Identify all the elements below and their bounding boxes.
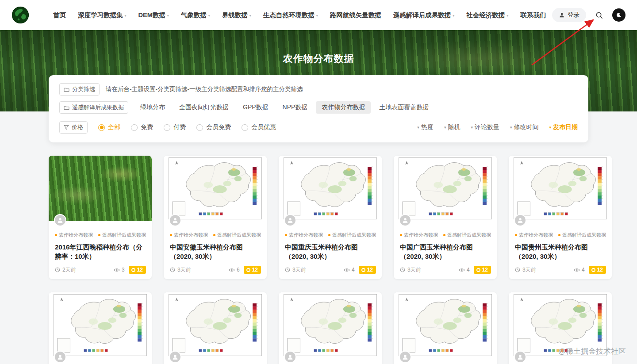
dataset-card[interactable]: 农作物分布数据遥感解译后成果数据 bbox=[279, 292, 382, 364]
subcategory-row: 遥感解译后成果数据 绿地分布全国夜间灯光数据GPP数据NPP数据农作物分布数据土… bbox=[59, 101, 578, 114]
subcategory-link[interactable]: 全国夜间灯光数据 bbox=[173, 101, 234, 114]
card-thumbnail[interactable] bbox=[49, 156, 152, 221]
author-avatar[interactable] bbox=[514, 214, 526, 226]
author-avatar[interactable] bbox=[54, 214, 66, 226]
subcategory-link[interactable]: 农作物分布数据 bbox=[316, 101, 371, 114]
tag-dot-icon bbox=[400, 234, 402, 236]
dataset-card[interactable]: 农作物分布数据遥感解译后成果数据中国安徽玉米种植分布图（2020, 30米）3天… bbox=[164, 156, 267, 279]
nav-item[interactable]: DEM数据▾ bbox=[138, 11, 169, 19]
dataset-card[interactable]: 农作物分布数据遥感解译后成果数据 bbox=[164, 292, 267, 364]
dataset-card[interactable]: 农作物分布数据遥感解译后成果数据中国贵州玉米种植分布图（2020, 30米）3天… bbox=[509, 156, 612, 279]
nav-item[interactable]: 首页 bbox=[53, 11, 66, 19]
tag-dot-icon bbox=[170, 234, 172, 236]
sort-option-label: 随机 bbox=[448, 123, 460, 131]
author-avatar[interactable] bbox=[169, 351, 181, 363]
china-map-thumbnail bbox=[164, 156, 267, 221]
category-tag[interactable]: 遥感解译后成果数据 bbox=[443, 232, 491, 238]
radio-icon bbox=[242, 124, 248, 131]
card-thumbnail[interactable] bbox=[394, 292, 497, 358]
card-meta: 2天前312 bbox=[55, 266, 146, 274]
card-meta-right: 412 bbox=[574, 266, 606, 274]
author-avatar[interactable] bbox=[284, 351, 296, 363]
dataset-card[interactable]: 农作物分布数据遥感解译后成果数据 bbox=[49, 292, 152, 364]
author-avatar[interactable] bbox=[54, 351, 66, 363]
sort-option[interactable]: ▾发布日期 bbox=[549, 123, 578, 131]
price-option[interactable]: 付费 bbox=[164, 123, 186, 131]
category-tag[interactable]: 农作物分布数据 bbox=[55, 232, 93, 238]
nav-item[interactable]: 路网航线矢量数据 bbox=[330, 11, 381, 19]
nav-item[interactable]: 深度学习数据集▾ bbox=[78, 11, 127, 19]
person-icon bbox=[57, 217, 64, 224]
nav-item[interactable]: 联系我们 bbox=[520, 11, 546, 19]
subcategory-link[interactable]: NPP数据 bbox=[277, 101, 314, 114]
sort-option[interactable]: ▾评论数量 bbox=[471, 123, 499, 131]
category-tag[interactable]: 农作物分布数据 bbox=[285, 232, 323, 238]
card-thumbnail[interactable] bbox=[279, 156, 382, 221]
price-option[interactable]: 会员免费 bbox=[196, 123, 231, 131]
card-thumbnail[interactable] bbox=[394, 156, 497, 221]
dataset-card[interactable]: 农作物分布数据遥感解译后成果数据2016年江西晚稻种植分布（分辨率：10米）2天… bbox=[49, 156, 152, 279]
card-title[interactable]: 2016年江西晚稻种植分布（分辨率：10米） bbox=[55, 242, 146, 261]
category-filter-badge: 分类筛选 bbox=[59, 83, 100, 96]
sort-option[interactable]: ▾热度 bbox=[417, 123, 434, 131]
card-title[interactable]: 中国广西玉米种植分布图（2020, 30米） bbox=[400, 242, 491, 261]
subcategory-link[interactable]: 绿地分布 bbox=[134, 101, 171, 114]
category-tag[interactable]: 农作物分布数据 bbox=[515, 232, 553, 238]
price-badge: 12 bbox=[589, 266, 606, 274]
category-tag[interactable]: 遥感解译后成果数据 bbox=[213, 232, 261, 238]
tag-label: 农作物分布数据 bbox=[519, 232, 553, 238]
theme-toggle-button[interactable] bbox=[612, 8, 625, 22]
nav-item[interactable]: 界线数据▾ bbox=[222, 11, 251, 19]
sort-option[interactable]: ▾修改时间 bbox=[510, 123, 539, 131]
subcategory-link[interactable]: GPP数据 bbox=[237, 101, 274, 114]
category-tag[interactable]: 农作物分布数据 bbox=[400, 232, 438, 238]
card-title[interactable]: 中国重庆玉米种植分布图（2020, 30米） bbox=[285, 242, 376, 261]
login-button[interactable]: 登录 bbox=[552, 8, 586, 22]
dataset-card[interactable]: 农作物分布数据遥感解译后成果数据中国重庆玉米种植分布图（2020, 30米）3天… bbox=[279, 156, 382, 279]
price-value: 12 bbox=[482, 267, 488, 273]
nav-item[interactable]: 气象数据▾ bbox=[181, 11, 210, 19]
price-option[interactable]: 免费 bbox=[131, 123, 153, 131]
card-thumbnail[interactable] bbox=[49, 292, 152, 358]
nav-item[interactable]: 遥感解译后成果数据▾ bbox=[393, 11, 455, 19]
author-avatar[interactable] bbox=[284, 214, 296, 226]
nav-item[interactable]: 生态自然环境数据▾ bbox=[263, 11, 318, 19]
dataset-card[interactable]: 农作物分布数据遥感解译后成果数据 bbox=[394, 292, 497, 364]
person-icon bbox=[402, 353, 409, 360]
view-count: 4 bbox=[344, 267, 355, 273]
price-option[interactable]: 全部 bbox=[98, 123, 120, 131]
category-tag[interactable]: 遥感解译后成果数据 bbox=[328, 232, 376, 238]
parent-category-badge[interactable]: 遥感解译后成果数据 bbox=[59, 101, 128, 114]
filter-funnel-icon bbox=[64, 125, 69, 130]
author-avatar[interactable] bbox=[399, 351, 411, 363]
login-label: 登录 bbox=[568, 11, 579, 19]
sort-option[interactable]: ▾随机 bbox=[444, 123, 460, 131]
card-thumbnail[interactable] bbox=[164, 156, 267, 221]
card-title[interactable]: 中国贵州玉米种植分布图（2020, 30米） bbox=[515, 242, 606, 261]
eye-icon bbox=[229, 268, 235, 272]
clock-icon bbox=[285, 267, 290, 272]
category-tag[interactable]: 农作物分布数据 bbox=[170, 232, 208, 238]
category-tag[interactable]: 遥感解译后成果数据 bbox=[558, 232, 606, 238]
coin-icon bbox=[361, 268, 365, 272]
subcategory-link[interactable]: 土地表面覆盖数据 bbox=[373, 101, 434, 114]
nav-item-label: DEM数据 bbox=[138, 11, 165, 19]
card-thumbnail[interactable] bbox=[279, 292, 382, 358]
search-icon[interactable] bbox=[594, 10, 604, 20]
author-avatar[interactable] bbox=[399, 214, 411, 226]
page-title: 农作物分布数据 bbox=[0, 52, 637, 65]
tag-list: 农作物分布数据遥感解译后成果数据 bbox=[285, 232, 376, 238]
author-avatar[interactable] bbox=[514, 351, 526, 363]
author-avatar[interactable] bbox=[169, 214, 181, 226]
category-tag[interactable]: 遥感解译后成果数据 bbox=[98, 232, 146, 238]
clock-icon bbox=[400, 267, 405, 272]
dataset-card[interactable]: 农作物分布数据遥感解译后成果数据中国广西玉米种植分布图（2020, 30米）3天… bbox=[394, 156, 497, 279]
card-thumbnail[interactable] bbox=[509, 156, 612, 221]
site-logo-icon[interactable] bbox=[12, 6, 29, 24]
card-meta-right: 312 bbox=[114, 266, 146, 274]
sort-caret-icon: ▾ bbox=[417, 125, 419, 130]
card-title[interactable]: 中国安徽玉米种植分布图（2020, 30米） bbox=[170, 242, 261, 261]
card-thumbnail[interactable] bbox=[164, 292, 267, 358]
price-option[interactable]: 会员优惠 bbox=[242, 123, 276, 131]
nav-item[interactable]: 社会经济数据▾ bbox=[466, 11, 508, 19]
